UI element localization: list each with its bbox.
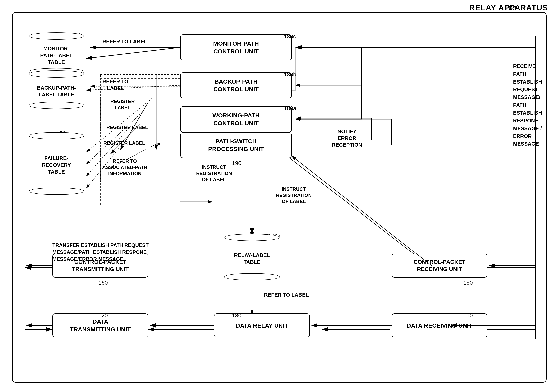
failure-recovery-table: FAILURE-RECOVERYTABLE — [29, 132, 84, 195]
register-label-1: REGISTERLABEL — [110, 98, 135, 111]
register-label-3: REGISTER LABEL — [103, 140, 145, 146]
relay-label-table: RELAY-LABELTABLE — [224, 234, 280, 280]
ref-150: 150 — [463, 280, 473, 286]
db-body-4: RELAY-LABELTABLE — [224, 241, 280, 277]
data-relay-unit: DATA RELAY UNIT — [214, 314, 310, 337]
instruct-registration-2: INSTRUCTREGISTRATIONOF LABEL — [276, 186, 312, 205]
receive-path-label: RECEIVEPATHESTABLISHREQUESTMESSAGE/PATHE… — [513, 62, 542, 148]
ref-180c: 180c — [284, 33, 296, 40]
ref-160: 160 — [98, 280, 108, 286]
ref-190: 190 — [232, 160, 241, 166]
db-top-2 — [29, 70, 84, 77]
db-top-4 — [224, 234, 280, 241]
register-label-2: REGISTER LABEL — [106, 124, 148, 130]
backup-path-label-table: BACKUP-PATH-LABEL TABLE — [29, 70, 84, 109]
ref-110: 110 — [463, 313, 473, 319]
svg-line-32 — [86, 85, 180, 90]
refer-to-label-mid: REFER TOLABEL — [102, 78, 129, 92]
db-top — [29, 32, 84, 40]
ref-130: 130 — [232, 313, 241, 319]
ref-180b: 180b — [284, 71, 296, 78]
control-packet-receiving-unit: CONTROL-PACKETRECEIVING UNIT — [392, 254, 487, 277]
svg-line-31 — [86, 48, 180, 58]
svg-line-56 — [86, 112, 142, 164]
ref-180a: 180a — [284, 105, 296, 112]
db-body-3: FAILURE-RECOVERYTABLE — [29, 139, 84, 191]
db-body-2: BACKUP-PATH-LABEL TABLE — [29, 77, 84, 105]
db-bottom-3 — [29, 188, 84, 195]
ref-100: 100 — [505, 4, 516, 12]
refer-to-associated: REFER TOASSOCIATED-PATHINFORMATION — [102, 158, 147, 177]
data-receiving-unit: DATA RECEIVING UNIT — [392, 314, 487, 337]
db-body: MONITOR-PATH-LABELTABLE — [29, 40, 84, 72]
db-bottom-4 — [224, 273, 280, 280]
refer-to-label-bottom: REFER TO LABEL — [264, 292, 309, 298]
working-path-control-unit: WORKING-PATHCONTROL UNIT — [180, 106, 292, 132]
db-top-3 — [29, 132, 84, 139]
backup-path-control-unit: BACKUP-PATHCONTROL UNIT — [180, 72, 292, 98]
svg-line-19 — [282, 152, 431, 268]
refer-to-label-top: REFER TO LABEL — [102, 38, 147, 45]
ref-120: 120 — [98, 313, 108, 319]
transfer-msg-label: TRANSFER ESTABLISH PATH REQUESTMESSAGE/P… — [52, 242, 149, 263]
svg-line-44 — [292, 156, 431, 266]
db-bottom-2 — [29, 102, 84, 109]
diagram-container: MONITOR-PATH-LABELTABLE 140c BACKUP-PATH… — [12, 12, 547, 383]
instruct-registration-1: INSTRUCTREGISTRATIONOF LABEL — [196, 164, 232, 183]
monitor-path-label-table: MONITOR-PATH-LABELTABLE — [29, 32, 84, 75]
monitor-path-control-unit: MONITOR-PATHCONTROL UNIT — [180, 35, 292, 60]
notify-error-reception: NOTIFYERRORRECEPTION — [332, 128, 362, 148]
path-switch-processing-unit: PATH-SWITCHPROCESSING UNIT — [180, 132, 292, 158]
